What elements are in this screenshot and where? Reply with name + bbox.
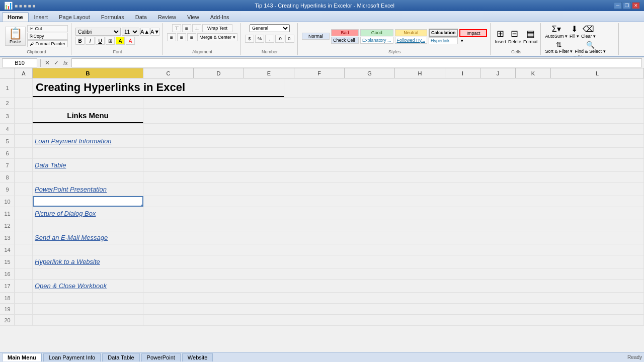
cell-rest-12[interactable]	[143, 220, 644, 231]
cell-rest-18[interactable]	[143, 293, 644, 303]
cell-rest-11[interactable]	[143, 207, 644, 220]
minimize-button[interactable]: ─	[614, 2, 622, 9]
cell-a12[interactable]	[15, 220, 33, 231]
good-style[interactable]: Good	[360, 29, 393, 36]
font-color-button[interactable]: A	[126, 37, 135, 45]
cell-b5[interactable]: Loan Payment Information	[33, 135, 143, 147]
impact-style[interactable]: Impact	[459, 29, 487, 37]
neutral-style[interactable]: Neutral	[395, 29, 427, 36]
cell-b4[interactable]	[33, 124, 143, 134]
cell-rest-15[interactable]	[143, 255, 644, 268]
cell-a16[interactable]	[15, 268, 33, 279]
align-middle-button[interactable]: ≡	[182, 24, 191, 32]
cell-a4[interactable]	[15, 124, 33, 134]
styles-dropdown[interactable]: ▾	[459, 38, 487, 44]
title-bar-controls[interactable]: ─ ❐ ✕	[614, 2, 640, 9]
align-left-button[interactable]: ≡	[167, 33, 176, 41]
col-header-e[interactable]: E	[244, 68, 294, 78]
cell-b8[interactable]	[33, 172, 143, 183]
cell-b14[interactable]	[33, 244, 143, 255]
merge-center-button[interactable]: Merge & Center ▾	[197, 33, 237, 41]
cell-b10-active[interactable]	[33, 196, 143, 207]
cell-rest-3[interactable]	[143, 109, 644, 123]
paste-button[interactable]: 📋 Paste	[5, 27, 26, 46]
cell-a1[interactable]	[15, 78, 33, 97]
cell-b1[interactable]: Creating Hyperlinks in Excel	[33, 78, 284, 97]
bold-button[interactable]: B	[75, 37, 85, 45]
cell-a9[interactable]	[15, 183, 33, 196]
cell-a19[interactable]	[15, 304, 33, 314]
close-button[interactable]: ✕	[632, 2, 640, 9]
calculation-style[interactable]: Calculation	[429, 29, 458, 37]
bad-style[interactable]: Bad	[331, 29, 359, 36]
cell-rest-8[interactable]	[143, 172, 644, 183]
cell-a17[interactable]	[15, 280, 33, 292]
sheet-tab-loan[interactable]: Loan Payment Info	[43, 353, 101, 361]
col-header-b[interactable]: B	[33, 68, 143, 78]
col-header-l[interactable]: L	[551, 68, 644, 78]
check-cell-style[interactable]: Check Cell	[331, 37, 359, 44]
loan-payment-link[interactable]: Loan Payment Information	[35, 137, 111, 145]
followed-hyperlink-style[interactable]: Followed Hy...	[395, 37, 427, 44]
cell-rest-5[interactable]	[143, 135, 644, 147]
cell-b3[interactable]: Links Menu	[33, 109, 143, 123]
cell-b2[interactable]	[33, 98, 143, 108]
wrap-text-button[interactable]: Wrap Text	[202, 24, 232, 32]
cell-a15[interactable]	[15, 255, 33, 268]
align-center-button[interactable]: ≡	[177, 33, 186, 41]
decrease-decimal-button[interactable]: 0.	[285, 35, 294, 43]
cell-b12[interactable]	[33, 220, 143, 231]
cell-b6[interactable]	[33, 148, 143, 158]
cell-rest-17[interactable]	[143, 280, 644, 292]
tab-view[interactable]: View	[182, 12, 205, 22]
restore-button[interactable]: ❐	[623, 2, 631, 9]
formula-input[interactable]	[71, 58, 642, 67]
tab-addins[interactable]: Add-Ins	[205, 12, 235, 22]
cell-rest-20[interactable]	[143, 315, 644, 325]
cancel-formula-icon[interactable]: ✕	[43, 59, 51, 66]
comma-button[interactable]: ,	[265, 35, 274, 43]
align-bottom-button[interactable]: ⊥	[192, 24, 201, 32]
delete-cells-button[interactable]: ⊟ Delete	[508, 28, 521, 44]
sheet-tab-data-table[interactable]: Data Table	[102, 353, 139, 361]
cell-a18[interactable]	[15, 293, 33, 303]
underline-button[interactable]: U	[96, 37, 105, 45]
decrease-font-button[interactable]: A▼	[150, 28, 159, 36]
col-header-a[interactable]: A	[15, 68, 33, 78]
col-header-k[interactable]: K	[516, 68, 551, 78]
cell-rest-4[interactable]	[143, 124, 644, 134]
cell-rest-19[interactable]	[143, 304, 644, 314]
cell-b13[interactable]: Send an E-Mail Message	[33, 231, 143, 244]
cell-reference-input[interactable]	[2, 58, 37, 67]
cell-a11[interactable]	[15, 207, 33, 220]
percent-style-button[interactable]: %	[255, 35, 264, 43]
cell-rest-10[interactable]	[143, 196, 644, 207]
cut-button[interactable]: ✂ Cut	[27, 25, 68, 32]
format-cells-button[interactable]: ▤ Format	[523, 28, 538, 44]
cell-b20[interactable]	[33, 315, 143, 325]
dialog-box-link[interactable]: Picture of Dialog Box	[35, 210, 96, 217]
tab-insert[interactable]: Insert	[29, 12, 54, 22]
cell-a20[interactable]	[15, 315, 33, 325]
font-size-select[interactable]: 11	[122, 28, 139, 36]
cell-b9[interactable]: PowerPoint Presentation	[33, 183, 143, 196]
align-top-button[interactable]: ⊤	[172, 24, 181, 32]
cell-a2[interactable]	[15, 98, 33, 108]
find-select-button[interactable]: 🔍 Find & Select ▾	[575, 41, 606, 54]
cell-b18[interactable]	[33, 293, 143, 303]
fill-button[interactable]: ⬇ Fill ▾	[570, 24, 579, 39]
workbook-link[interactable]: Open & Close Workbook	[35, 282, 107, 290]
insert-function-icon[interactable]: fx	[61, 60, 69, 66]
percent-button[interactable]: $	[245, 35, 254, 43]
sheet-tab-website[interactable]: Website	[182, 353, 213, 361]
cell-b19[interactable]	[33, 304, 143, 314]
cell-rest-16[interactable]	[143, 268, 644, 279]
tab-review[interactable]: Review	[152, 12, 182, 22]
col-header-h[interactable]: H	[395, 68, 445, 78]
tab-home[interactable]: Home	[2, 12, 29, 22]
col-header-f[interactable]: F	[294, 68, 345, 78]
sort-filter-button[interactable]: ⇅ Sort & Filter ▾	[545, 41, 573, 54]
align-right-button[interactable]: ≡	[187, 33, 196, 41]
cell-a3[interactable]	[15, 109, 33, 123]
cell-a8[interactable]	[15, 172, 33, 183]
